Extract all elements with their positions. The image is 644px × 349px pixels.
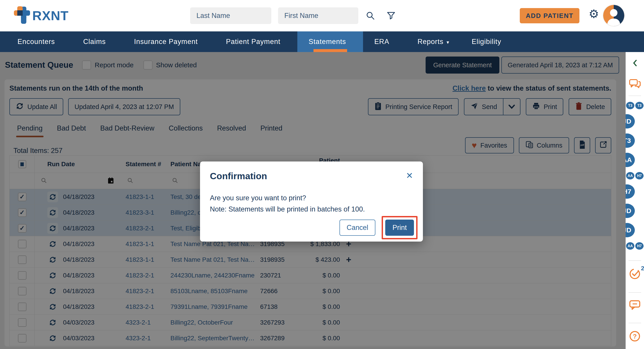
nav-item[interactable]: Statements ▾ [297, 32, 363, 52]
table-row[interactable]: 04/18/2023 41823-2-1 85103Lname, 85103Fn… [10, 283, 611, 299]
table-row[interactable]: 04/18/2023 41823-2-1 244230Lname, 244230… [10, 268, 611, 283]
row-checkbox[interactable] [18, 271, 26, 280]
row-checkbox[interactable] [18, 208, 26, 217]
row-checkbox[interactable] [18, 318, 26, 327]
patient-avatar[interactable]: H7 [626, 184, 644, 199]
row-refresh-icon[interactable] [47, 317, 58, 328]
columns-button[interactable]: Columns [519, 137, 569, 154]
patient-avatar[interactable]: AA H7 [626, 172, 644, 180]
row-refresh-icon[interactable] [47, 207, 58, 218]
filter-icon[interactable] [386, 11, 396, 22]
row-checkbox[interactable] [18, 334, 26, 342]
show-deleted-checkbox[interactable] [144, 60, 152, 70]
select-all-checkbox[interactable] [18, 160, 26, 168]
row-refresh-icon[interactable] [47, 270, 58, 281]
statement-link[interactable]: 41823-1-1 [121, 240, 166, 248]
row-checkbox[interactable] [18, 302, 26, 311]
row-checkbox[interactable] [18, 256, 26, 264]
status-tab[interactable]: Bad Debt-Review [100, 124, 154, 137]
row-refresh-icon[interactable] [47, 239, 58, 250]
statement-link[interactable]: 4323-2-1 [121, 319, 166, 326]
table-row[interactable]: 04/18/2023 41823-1-1 Test Name Pat 021, … [10, 252, 611, 268]
run-date-filter-search-icon[interactable] [40, 177, 47, 185]
status-tab[interactable]: Resolved [217, 124, 246, 137]
patient-name-link[interactable]: Billing22, OctoberFour [166, 319, 256, 326]
row-checkbox[interactable] [18, 224, 26, 232]
send-button[interactable]: Send [464, 99, 503, 115]
nav-item[interactable]: Patient Payment ▾ [215, 32, 298, 52]
rxnt-logo[interactable]: RXNT [14, 6, 68, 25]
print-button[interactable]: Print [526, 98, 564, 115]
user-avatar[interactable] [603, 5, 624, 26]
row-checkbox[interactable] [18, 287, 26, 296]
report-mode-checkbox[interactable] [82, 60, 91, 70]
gear-icon[interactable]: ⚙ [588, 8, 599, 20]
export-pdf-button[interactable]: pdf [574, 137, 590, 154]
click-here-link[interactable]: Click here [452, 84, 486, 92]
favorites-button[interactable]: ♥ Favorites [465, 137, 514, 154]
printing-service-report-button[interactable]: Printing Service Report [368, 98, 458, 115]
export-button[interactable] [595, 137, 611, 154]
statement-link[interactable]: 41823-2-1 [121, 303, 166, 310]
confirm-print-button[interactable]: Print [385, 220, 414, 236]
patient-avatar[interactable]: JD [626, 223, 644, 237]
row-checkbox[interactable] [18, 193, 26, 201]
status-tab[interactable]: Collections [168, 124, 203, 137]
patient-avatar[interactable]: JD [626, 204, 644, 218]
table-row[interactable]: 04/03/2023 4323-2-1 Billing22, OctoberFo… [10, 315, 611, 330]
nav-item[interactable]: ERA ▾ [363, 32, 406, 52]
row-refresh-icon[interactable] [47, 286, 58, 296]
col-run-date[interactable]: Run Date [35, 160, 121, 168]
updated-timestamp-button[interactable]: Updated April 4, 2023 at 12:07 PM [68, 98, 180, 115]
patient-avatar[interactable]: AA [626, 153, 644, 167]
patient-name-link[interactable]: Billing22, SeptemberTwentyNine [166, 335, 256, 342]
statement-link[interactable]: 41823-1-1 [121, 256, 166, 263]
nav-item[interactable]: Eligibility ▾ [460, 32, 518, 52]
delete-button[interactable]: Delete [569, 98, 611, 115]
patient-name-link[interactable]: 79391Lname, 79391Fname [166, 303, 256, 310]
tasks-check-icon[interactable]: 2 [629, 268, 641, 280]
patient-avatar[interactable]: T3 T3 [626, 102, 644, 109]
table-row[interactable]: 04/03/2023 4323-2-1 Billing22, September… [10, 330, 611, 346]
row-refresh-icon[interactable] [47, 333, 58, 344]
row-refresh-icon[interactable] [47, 223, 58, 234]
statement-link[interactable]: 41823-2-1 [121, 288, 166, 295]
status-tab[interactable]: Pending [17, 124, 42, 137]
col-statement[interactable]: Statement # [121, 160, 166, 168]
row-refresh-icon[interactable] [47, 254, 58, 265]
send-options-chevron[interactable] [503, 99, 520, 115]
expand-plus-icon[interactable]: + [341, 254, 356, 265]
patient-name-link[interactable]: Test Name Pat 021, Test Name ... [166, 256, 256, 263]
patient-avatar[interactable]: JD [626, 114, 644, 128]
status-tab[interactable]: Printed [260, 124, 282, 137]
comment-icon[interactable] [629, 300, 641, 311]
statement-link[interactable]: 41823-2-1 [121, 225, 166, 232]
row-refresh-icon[interactable] [47, 302, 58, 312]
nav-item[interactable]: Claims ▾ [72, 32, 123, 52]
row-checkbox[interactable] [18, 240, 26, 248]
statement-link[interactable]: 41823-3-1 [121, 209, 166, 216]
patient-avatar[interactable]: AA H7 [626, 242, 644, 250]
update-all-button[interactable]: Update All [10, 98, 63, 115]
status-tab[interactable]: Bad Debt [57, 124, 86, 137]
row-refresh-icon[interactable] [47, 192, 58, 202]
patient-name-link[interactable]: 85103Lname, 85103Fname [166, 288, 256, 295]
chat-bubbles-icon[interactable] [629, 79, 641, 90]
calendar-icon[interactable] [107, 177, 114, 185]
statement-link[interactable]: 4323-2-1 [121, 335, 166, 342]
add-patient-button[interactable]: ADD PATIENT [520, 8, 580, 23]
patient-avatar[interactable]: T3 [626, 134, 644, 148]
collapse-chevron-icon[interactable] [632, 60, 638, 67]
help-icon[interactable]: ? [629, 330, 641, 343]
statement-link[interactable]: 41823-2-1 [121, 272, 166, 279]
nav-item[interactable]: Reports ▾ [406, 32, 460, 52]
nav-item[interactable]: Insurance Payment ▾ [123, 32, 215, 52]
last-name-input[interactable] [190, 8, 271, 24]
close-icon[interactable]: ✕ [406, 171, 413, 180]
search-icon[interactable] [366, 11, 375, 22]
patient-filter-search-icon[interactable] [172, 181, 178, 184]
first-name-input[interactable] [278, 8, 358, 24]
table-row[interactable]: 04/18/2023 41823-2-1 79391Lname, 79391Fn… [10, 299, 611, 315]
cancel-button[interactable]: Cancel [340, 220, 376, 236]
generate-statement-button[interactable]: Generate Statement [426, 56, 499, 74]
